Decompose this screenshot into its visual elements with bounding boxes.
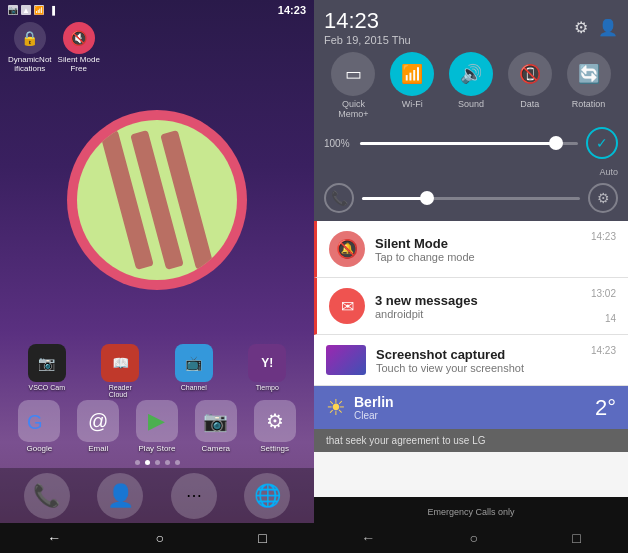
circle-lines <box>118 120 196 280</box>
qs-data-label: Data <box>520 99 539 109</box>
dot-2 <box>145 460 150 465</box>
brightness-row: 100% ✓ <box>324 127 618 159</box>
silent-mode-notification[interactable]: 🔕 Silent Mode Tap to change mode 14:23 <box>314 221 628 278</box>
volume-fill <box>362 197 427 200</box>
qs-top-icons: ⚙ 👤 <box>574 18 618 37</box>
volume-settings-btn[interactable]: ⚙ <box>588 183 618 213</box>
phone-dock-btn[interactable]: 📞 <box>24 473 70 519</box>
brightness-thumb[interactable] <box>549 136 563 150</box>
page-dots <box>0 460 314 465</box>
qs-rotation-icon: 🔄 <box>567 52 611 96</box>
volume-icon[interactable]: 📞 <box>324 183 354 213</box>
weather-info: ☀ Berlin Clear <box>326 394 394 421</box>
email-icon: @ <box>77 400 119 442</box>
notification-shade: 14:23 Feb 19, 2015 Thu ⚙ 👤 ▭ QuickMemo+ … <box>314 0 628 523</box>
email-label: Email <box>88 444 108 453</box>
qs-toggle-sound[interactable]: 🔊 Sound <box>449 52 493 119</box>
browser-dock-btn[interactable]: 🌐 <box>244 473 290 519</box>
weather-condition: Clear <box>354 410 394 421</box>
silent-mode-notif: 🔇 Silent ModeFree <box>58 22 100 73</box>
settings-app[interactable]: ⚙ Settings <box>254 400 296 453</box>
recents-btn-left[interactable]: □ <box>258 530 266 546</box>
screenshot-icon: 📷 <box>8 5 18 15</box>
back-btn-left[interactable]: ← <box>47 530 61 546</box>
silent-mode-subtitle: Tap to change mode <box>375 251 616 263</box>
volume-slider[interactable] <box>362 197 580 200</box>
play-store-app[interactable]: ▶ Play Store <box>136 400 178 453</box>
left-status-icons: 📷 ▲ 📶 ▐ <box>8 5 57 15</box>
messages-notification[interactable]: ✉ 3 new messages androidpit 13:02 14 <box>314 278 628 335</box>
qs-memo-icon: ▭ <box>331 52 375 96</box>
settings-label: Settings <box>260 444 289 453</box>
play-store-icon: ▶ <box>136 400 178 442</box>
qs-wifi-label: Wi-Fi <box>402 99 423 109</box>
qs-top-bar: 14:23 Feb 19, 2015 Thu ⚙ 👤 <box>324 8 618 46</box>
emergency-bar: Emergency Calls only <box>314 497 628 523</box>
qs-toggle-wifi[interactable]: 📶 Wi-Fi <box>390 52 434 119</box>
google-label: Google <box>26 444 52 453</box>
qs-data-icon: 📵 <box>508 52 552 96</box>
back-btn-right[interactable]: ← <box>361 530 375 546</box>
settings-gear-icon[interactable]: ⚙ <box>574 18 588 37</box>
brightness-slider[interactable] <box>360 142 578 145</box>
email-app[interactable]: @ Email <box>77 400 119 453</box>
screenshot-notification[interactable]: Screenshot captured Touch to view your s… <box>314 335 628 386</box>
emergency-text: Emergency Calls only <box>427 507 514 517</box>
messages-title: 3 new messages <box>375 293 616 308</box>
tiempo-app[interactable]: Y! Tiempo <box>248 344 286 398</box>
brightness-label: 100% <box>324 138 352 149</box>
vsco-strip: 📷 VSCO Cam 📖 ReaderCloud 📺 Channel Y! Ti… <box>0 344 314 398</box>
qs-memo-label: QuickMemo+ <box>338 99 368 119</box>
tiempo-icon: Y! <box>248 344 286 382</box>
camera-app[interactable]: 📷 Camera <box>195 400 237 453</box>
dynamic-notif-label: DynamicNotifications <box>8 55 52 73</box>
qs-sound-icon: 🔊 <box>449 52 493 96</box>
channel-app[interactable]: 📺 Channel <box>175 344 213 398</box>
right-nav-bar: ← ○ □ <box>314 523 628 553</box>
contacts-dock-btn[interactable]: 👤 <box>97 473 143 519</box>
signal-icon: ▲ <box>21 5 31 15</box>
screenshot-subtitle: Touch to view your screenshot <box>376 362 616 374</box>
google-app[interactable]: G Google <box>18 400 60 453</box>
recents-btn-right[interactable]: □ <box>572 530 580 546</box>
messages-time: 13:02 <box>591 288 616 299</box>
brightness-fill <box>360 142 556 145</box>
qs-toggle-rotation[interactable]: 🔄 Rotation <box>567 52 611 119</box>
camera-icon: 📷 <box>195 400 237 442</box>
reader-icon: 📖 <box>101 344 139 382</box>
home-btn-right[interactable]: ○ <box>470 530 478 546</box>
left-notification-row: 🔒 DynamicNotifications 🔇 Silent ModeFree <box>0 20 314 75</box>
reader-app[interactable]: 📖 ReaderCloud <box>101 344 139 398</box>
silent-mode-time: 14:23 <box>591 231 616 242</box>
auto-brightness-btn[interactable]: ✓ <box>586 127 618 159</box>
reader-label: ReaderCloud <box>109 384 132 398</box>
left-nav-bar: ← ○ □ <box>0 523 314 553</box>
notifications-list: 🔕 Silent Mode Tap to change mode 14:23 ✉… <box>314 221 628 497</box>
tiempo-label: Tiempo <box>256 384 279 391</box>
silent-mode-title: Silent Mode <box>375 236 616 251</box>
qs-toggle-data[interactable]: 📵 Data <box>508 52 552 119</box>
dot-5 <box>175 460 180 465</box>
vsco-icon: 📷 <box>28 344 66 382</box>
silent-mode-content: Silent Mode Tap to change mode <box>375 236 616 263</box>
qs-date: Feb 19, 2015 Thu <box>324 34 411 46</box>
vsco-cam-app[interactable]: 📷 VSCO Cam <box>28 344 66 398</box>
volume-thumb[interactable] <box>420 191 434 205</box>
settings-icon: ⚙ <box>254 400 296 442</box>
home-btn-left[interactable]: ○ <box>156 530 164 546</box>
silent-notif-label: Silent ModeFree <box>58 55 100 73</box>
messages-count: 14 <box>605 313 616 324</box>
battery-icon: ▐ <box>47 5 57 15</box>
qs-toggle-memo[interactable]: ▭ QuickMemo+ <box>331 52 375 119</box>
screenshot-content: Screenshot captured Touch to view your s… <box>376 347 616 374</box>
auto-label: Auto <box>599 167 618 177</box>
volume-row: 📞 ⚙ <box>324 183 618 213</box>
apps-dock-btn[interactable]: ⋯ <box>171 473 217 519</box>
dynamic-notif: 🔒 DynamicNotifications <box>8 22 52 73</box>
channel-icon: 📺 <box>175 344 213 382</box>
user-profile-icon[interactable]: 👤 <box>598 18 618 37</box>
lock-notif-icon: 🔒 <box>14 22 46 54</box>
messages-icon: ✉ <box>329 288 365 324</box>
circle-widget <box>67 110 247 290</box>
weather-widget[interactable]: ☀ Berlin Clear 2° <box>314 386 628 429</box>
